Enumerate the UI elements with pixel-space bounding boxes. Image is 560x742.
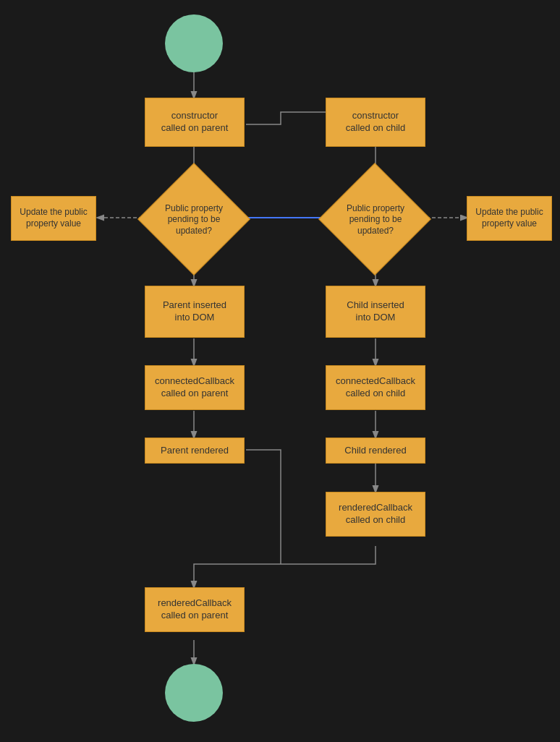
child-constructor-label: constructorcalled on child [346, 110, 405, 135]
parent-connected-box: connectedCallbackcalled on parent [145, 365, 245, 410]
end-terminal [165, 664, 223, 722]
child-connected-box: connectedCallbackcalled on child [326, 365, 425, 410]
child-constructor-box: constructorcalled on child [326, 98, 425, 147]
parent-constructor-box: constructorcalled on parent [145, 98, 245, 147]
child-rendered-cb-box: renderedCallbackcalled on child [326, 492, 425, 537]
update-right-box: Update the publicproperty value [467, 196, 552, 241]
parent-constructor-label: constructorcalled on parent [161, 110, 229, 135]
start-terminal [165, 14, 223, 72]
flowchart: constructorcalled on parent constructorc… [0, 0, 560, 742]
parent-rendered-cb-box: renderedCallbackcalled on parent [145, 587, 245, 632]
parent-inserted-box: Parent insertedinto DOM [145, 286, 245, 338]
update-left-box: Update the publicproperty value [11, 196, 96, 241]
child-inserted-box: Child insertedinto DOM [326, 286, 425, 338]
child-rendered-box: Child rendered [326, 438, 425, 464]
parent-rendered-box: Parent rendered [145, 438, 245, 464]
